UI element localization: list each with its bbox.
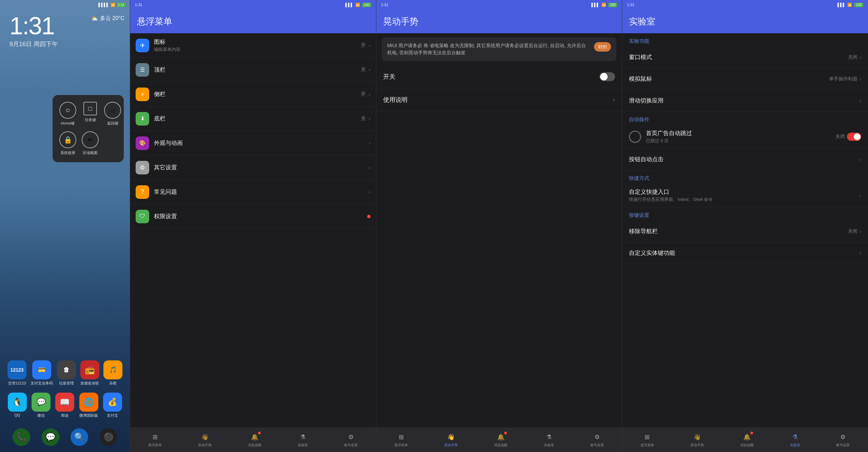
- icon-main: 图标: [154, 38, 361, 46]
- notice-ok-button[interactable]: 好的: [594, 42, 611, 52]
- nav-gesture[interactable]: 👋 晃动手势: [198, 432, 212, 448]
- panel3-bottom-nav: ⊞ 悬浮菜单 👋 晃动手势 🔔 消息提醒 ⚗ 实验室 ⚙ 账号设置: [622, 428, 868, 452]
- nav-notify-icon: 🔔: [250, 432, 259, 442]
- screenshot-item[interactable]: ✂ 区域截图: [82, 131, 99, 155]
- menu-item-perms[interactable]: 🛡 权限设置: [130, 204, 376, 229]
- panel1-header: 悬浮菜单: [130, 10, 376, 33]
- faq-icon-box: ?: [136, 185, 149, 199]
- menu-item-appearance[interactable]: 🎨 外观与动画 ›: [130, 131, 376, 155]
- ad-skip-toggle[interactable]: [847, 133, 861, 141]
- custom-keys-chevron: ›: [860, 250, 861, 256]
- weather-widget: ⛅ 多云 20°C: [91, 15, 124, 22]
- menu-item-bottombar[interactable]: ⬇ 底栏 关 ›: [130, 107, 376, 131]
- nav3-float-menu[interactable]: ⊞ 悬浮菜单: [640, 432, 654, 448]
- panel2-battery: 100: [608, 3, 617, 7]
- gesture-switch-item[interactable]: 开关: [376, 65, 622, 88]
- app-lecheng[interactable]: 🎵 乐橙: [103, 360, 122, 386]
- weibo-label: 微博国际版: [79, 413, 98, 418]
- panel3-signal: ▌▌▌: [837, 3, 845, 7]
- browser-dock-icon[interactable]: 🔍: [71, 428, 88, 446]
- nav-float-menu[interactable]: ⊞ 悬浮菜单: [148, 432, 162, 448]
- nav3-lab-icon: ⚗: [790, 432, 800, 442]
- menu-item-faq[interactable]: ? 常见问题 ›: [130, 180, 376, 204]
- lab-item-auto-click[interactable]: 按钮自动点击 ›: [622, 149, 868, 170]
- camera-dock-icon[interactable]: ⚫: [100, 428, 117, 446]
- app-alipay[interactable]: 💰 支付宝: [103, 393, 122, 418]
- lab-item-ad-skip[interactable]: 首页广告自动跳过 已跳过 0 次 关闭: [622, 125, 868, 149]
- message-dock-icon[interactable]: 💬: [42, 428, 59, 446]
- nav2-lab[interactable]: ⚗ 实验室: [544, 432, 554, 448]
- gesture-toggle[interactable]: [599, 72, 615, 81]
- menu-item-sidebar[interactable]: ≡ 侧栏 开 ›: [130, 82, 376, 107]
- panel2-status-icons: ▌▌▌ 📶 100: [591, 3, 617, 7]
- lecheng-icon: 🎵: [103, 360, 122, 379]
- gesture-info-item[interactable]: 使用说明 ›: [376, 88, 622, 111]
- home-key-icon: ○: [59, 102, 76, 119]
- faq-icon: ?: [141, 188, 144, 195]
- lab-item-window-mode[interactable]: 窗口模式 关闭 ›: [622, 46, 868, 68]
- faq-chevron: ›: [369, 189, 370, 195]
- weather-text: 多云 20°C: [100, 15, 124, 22]
- back-key-label: 返回键: [107, 121, 118, 126]
- toggle-knob: [600, 73, 608, 80]
- app-fanshu[interactable]: 📻 发烧友绿软: [80, 360, 99, 386]
- app-alipay-biz[interactable]: 💳 支付宝业务码: [31, 360, 53, 386]
- shortcut-main: 自定义快捷入口: [629, 188, 859, 196]
- phone-dock-icon[interactable]: 📞: [13, 428, 30, 446]
- app-qq[interactable]: 🐧 QQ: [8, 393, 27, 418]
- panel2-bottom-nav: ⊞ 悬浮菜单 👋 晃动手势 🔔 消息提醒 ⚗ 实验室 ⚙ 账号设置: [376, 428, 622, 452]
- custom-keys-main: 自定义实体键功能: [629, 249, 859, 257]
- app-wechat[interactable]: 💬 微信: [32, 393, 51, 418]
- panel-floating-menu: 1:31 ▌▌▌ 📶 100 悬浮菜单 ✈ 图标 编辑菜单内容 开: [130, 0, 376, 452]
- nav3-notify-dot: [750, 432, 753, 434]
- panel2-content: MIUI 用户请务必 将 省电策略 改为无限制; 其它系统用户请务必设置后台运行…: [376, 33, 622, 428]
- mouse-right: 单手操作利器 ›: [829, 76, 861, 82]
- sidebar-icon: ≡: [141, 91, 144, 97]
- nav3-gesture[interactable]: 👋 晃动手势: [690, 432, 704, 448]
- lock-screen-icon: 🔒: [59, 131, 76, 148]
- nav2-notify-icon: 🔔: [496, 432, 506, 442]
- nav2-gesture[interactable]: 👋 晃动手势: [444, 432, 458, 448]
- nav3-lab[interactable]: ⚗ 实验室: [790, 432, 800, 448]
- app-weibo[interactable]: 🌐 微博国际版: [79, 393, 98, 418]
- nav-account[interactable]: ⚙ 账号设置: [344, 432, 358, 448]
- app-jiaoguan[interactable]: 12123 交管12123: [7, 360, 26, 386]
- nav2-account[interactable]: ⚙ 账号设置: [590, 432, 604, 448]
- lab-item-mouse[interactable]: 模拟鼠标 单手操作利器 ›: [622, 68, 868, 90]
- nav3-account[interactable]: ⚙ 账号设置: [836, 432, 850, 448]
- home-key-item[interactable]: ○ Home键: [59, 102, 76, 126]
- back-key-item[interactable]: ◁ 返回键: [104, 102, 121, 126]
- task-key-item[interactable]: □ 任务键: [82, 102, 99, 126]
- lab-item-remove-nav[interactable]: 移除导航栏 关闭 ›: [622, 221, 868, 242]
- app-read[interactable]: 📖 阅读: [55, 393, 74, 418]
- jiaoguan-label: 交管12123: [8, 381, 26, 386]
- perms-icon: 🛡: [139, 213, 145, 220]
- menu-item-icon[interactable]: ✈ 图标 编辑菜单内容 开 ›: [130, 33, 376, 58]
- perms-right: [367, 215, 371, 218]
- panel3-wifi: 📶: [847, 3, 852, 7]
- lab-item-shortcut[interactable]: 自定义快捷入口 快速打开任意应用界面、Intent、Shell 命令 ›: [622, 184, 868, 207]
- mouse-main: 模拟鼠标: [629, 75, 829, 83]
- nav2-float-menu[interactable]: ⊞ 悬浮菜单: [394, 432, 408, 448]
- nav3-notify[interactable]: 🔔 消息提醒: [740, 432, 754, 448]
- nav-notify[interactable]: 🔔 消息提醒: [248, 432, 261, 448]
- nav-lab[interactable]: ⚗ 实验室: [298, 432, 308, 448]
- lock-screen-item[interactable]: 🔒 系统锁屏: [59, 131, 76, 155]
- panel1-content: ✈ 图标 编辑菜单内容 开 › ☰ 顶栏: [130, 33, 376, 428]
- icon-text: 图标 编辑菜单内容: [154, 38, 361, 53]
- nav2-notify[interactable]: 🔔 消息提醒: [494, 432, 508, 448]
- panel2-signal: ▌▌▌: [591, 3, 599, 7]
- bottombar-icon: ⬇: [140, 115, 145, 122]
- remove-nav-status: 关闭: [848, 228, 857, 234]
- ad-skip-sub: 已跳过 0 次: [646, 138, 835, 144]
- menu-item-other[interactable]: ⚙ 其它设置 ›: [130, 155, 376, 180]
- panel3-title: 实验室: [629, 16, 655, 27]
- menu-item-topbar[interactable]: ☰ 顶栏 关 ›: [130, 58, 376, 82]
- app-row-2: 🐧 QQ 💬 微信 📖 阅读 🌐 微博国际版 💰 支付宝: [5, 393, 124, 418]
- app-garbage[interactable]: 🗑 垃圾管理: [57, 360, 76, 386]
- lab-item-swipe-switch[interactable]: 滑动切换应用 ›: [622, 90, 868, 112]
- panel1-status-bar: 1:31 ▌▌▌ 📶 100: [130, 0, 376, 10]
- lab-item-custom-keys[interactable]: 自定义实体键功能 ›: [622, 242, 868, 264]
- custom-keys-right: ›: [860, 250, 861, 256]
- nav2-gesture-label: 晃动手势: [444, 443, 458, 448]
